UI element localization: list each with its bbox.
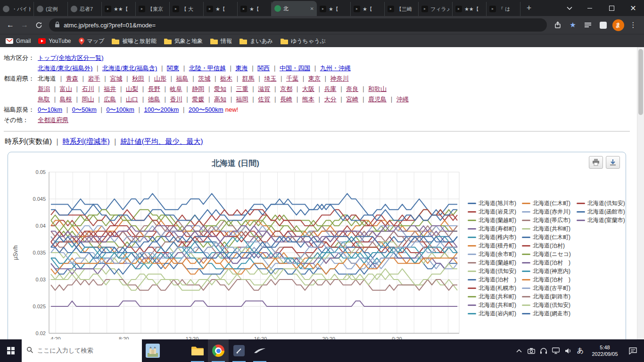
legend-item[interactable]: 北海道(帯広市) xyxy=(522,217,571,223)
nav-link[interactable]: 青森 xyxy=(66,75,78,82)
nav-link[interactable]: 富山 xyxy=(60,85,72,92)
legend-item[interactable]: 北海道(共和町) xyxy=(468,302,516,308)
nav-link[interactable]: 秋田 xyxy=(132,75,144,82)
nav-link[interactable]: 滋賀 xyxy=(258,85,270,92)
nav-link[interactable]: 山口 xyxy=(126,96,138,103)
view-tab[interactable]: 統計値(平均、最少、最大) xyxy=(120,137,203,145)
extension-square-icon[interactable] xyxy=(596,18,610,32)
legend-item[interactable]: 北海道(倶知安) xyxy=(468,268,516,274)
nav-link[interactable]: 関東 xyxy=(167,65,179,72)
browser-tab[interactable]: (定例 xyxy=(34,2,68,16)
bookmark-item[interactable]: 情報 xyxy=(210,37,232,45)
legend-item[interactable]: 北海道(蘭越町) xyxy=(468,217,516,223)
nav-link[interactable]: 山梨 xyxy=(126,85,138,92)
nav-link[interactable]: 0〜10km xyxy=(38,106,62,113)
nav-link[interactable]: 宮城 xyxy=(110,75,122,82)
legend-item[interactable]: 北海道(岩見沢) xyxy=(468,209,516,215)
nav-link[interactable]: 全都道府県 xyxy=(38,116,68,123)
nav-link[interactable]: 大阪 xyxy=(302,85,314,92)
bookmark-item[interactable]: まいあみ xyxy=(239,37,273,45)
taskbar-clock[interactable]: 5:48 2022/09/05 xyxy=(586,344,623,357)
extension-list-icon[interactable] xyxy=(581,18,595,32)
browser-tab[interactable]: ▸★★【 xyxy=(453,2,487,16)
nav-link[interactable]: 岐阜 xyxy=(170,85,182,92)
legend-item[interactable]: 北海道(蘭越町) xyxy=(468,260,516,266)
nav-link[interactable]: 鳥取 xyxy=(38,96,50,103)
nav-link[interactable]: 群馬 xyxy=(242,75,255,82)
nav-link[interactable]: 埼玉 xyxy=(264,75,276,82)
nav-link[interactable]: 九州・沖縄 xyxy=(320,65,351,72)
browser-tab[interactable]: ▸★【 xyxy=(238,2,272,16)
tab-close-icon[interactable]: ✕ xyxy=(309,6,314,11)
taskbar-search[interactable]: ここに入力して検索 xyxy=(22,339,142,362)
nav-link[interactable]: 徳島 xyxy=(148,96,160,103)
legend-item[interactable]: 北海道(旭川市) xyxy=(468,200,516,206)
news-widget-icon[interactable] xyxy=(142,339,164,362)
legend-item[interactable]: 北海道(釧路市) xyxy=(522,294,571,300)
hidden-icons-chevron[interactable] xyxy=(513,339,525,362)
line-chart[interactable]: 0.020.0250.030.0350.040.0450.054:208:201… xyxy=(10,167,465,339)
browser-tab[interactable]: ▸★★【 xyxy=(102,2,136,16)
legend-item[interactable]: 北海道(泊村 ) xyxy=(522,277,571,283)
nav-link[interactable]: 鹿児島 xyxy=(368,96,387,103)
view-tab[interactable]: 時系列(増減率) xyxy=(63,137,110,145)
nav-link[interactable]: 奈良 xyxy=(346,85,358,92)
nav-link[interactable]: 香川 xyxy=(170,96,182,103)
tab-search-chevron-icon[interactable] xyxy=(560,0,579,16)
legend-item[interactable]: 北海道(泊村) xyxy=(522,243,571,249)
nav-link[interactable]: 熊本 xyxy=(302,96,314,103)
nav-link[interactable]: 広島 xyxy=(104,96,116,103)
ime-indicator[interactable]: あ xyxy=(574,339,586,362)
bookmark-item[interactable]: YouTube xyxy=(38,38,71,44)
nav-link[interactable]: 岡山 xyxy=(82,96,94,103)
download-chart-button[interactable] xyxy=(606,156,620,169)
nav-link[interactable]: 栃木 xyxy=(220,75,232,82)
nav-link[interactable]: 沖縄 xyxy=(396,96,409,103)
nav-link[interactable]: 石川 xyxy=(82,85,94,92)
nav-link[interactable]: 佐賀 xyxy=(258,96,270,103)
legend-item[interactable]: 北海道(仁木町) xyxy=(522,234,571,240)
nav-link[interactable]: トップ(全地方区分一覧) xyxy=(38,54,104,61)
page-scrollbar[interactable] xyxy=(637,47,644,339)
camera-icon[interactable] xyxy=(525,339,537,362)
legend-item[interactable]: 北海道(仁木町) xyxy=(522,200,571,206)
legend-item[interactable]: 北海道(共和町) xyxy=(522,226,571,232)
nav-link[interactable]: 愛媛 xyxy=(192,96,204,103)
bookmark-item[interactable]: Gmail xyxy=(6,38,31,44)
nav-link[interactable]: 神奈川 xyxy=(330,75,349,82)
nav-link[interactable]: 東海 xyxy=(236,65,248,72)
nav-link[interactable]: 長崎 xyxy=(280,96,292,103)
nav-link[interactable]: 和歌山 xyxy=(368,85,387,92)
nav-link[interactable]: 宮崎 xyxy=(346,96,358,103)
file-explorer-button[interactable] xyxy=(187,339,208,362)
browser-tab[interactable]: ▸【東京 xyxy=(136,2,170,16)
nav-link[interactable]: 長野 xyxy=(148,85,160,92)
browser-tab[interactable]: ▸【三崎 xyxy=(385,2,419,16)
legend-item[interactable]: 北海道(赤井川) xyxy=(522,209,571,215)
legend-item[interactable]: 北海道(泊村 ) xyxy=(522,260,571,266)
browser-tab[interactable]: ・バイト xyxy=(0,2,34,16)
nav-link[interactable]: 山形 xyxy=(154,75,166,82)
nav-link[interactable]: 北海道/東北(福島含) xyxy=(102,65,157,72)
close-button[interactable]: ✕ xyxy=(622,0,644,16)
legend-item[interactable]: 北海道(室蘭市) xyxy=(577,217,625,223)
bookmark-item[interactable]: 被曝と放射能 xyxy=(112,37,156,45)
chrome-taskbar-button[interactable] xyxy=(208,339,229,362)
browser-tab[interactable]: ▸★【 xyxy=(317,2,351,16)
browser-tab[interactable]: 忍者7 xyxy=(68,2,102,16)
nav-link[interactable]: 東京 xyxy=(308,75,321,82)
nav-link[interactable]: 福岡 xyxy=(236,96,248,103)
legend-item[interactable]: 北海道(ニセコ) xyxy=(522,251,571,257)
bookmark-star-icon[interactable]: ★ xyxy=(566,18,580,32)
bookmark-item[interactable]: マップ xyxy=(79,37,105,45)
start-button[interactable] xyxy=(0,339,22,362)
nav-link[interactable]: 福島 xyxy=(176,75,188,82)
nav-link[interactable]: 中国・四国 xyxy=(280,65,310,72)
nav-link[interactable]: 100〜200km xyxy=(144,106,179,113)
legend-item[interactable]: 北海道(共和町) xyxy=(468,294,516,300)
legend-item[interactable]: 北海道(倶知安) xyxy=(522,302,571,308)
legend-item[interactable]: 北海道(倶知安) xyxy=(577,200,625,206)
legend-item[interactable]: 北海道(神恵内) xyxy=(522,268,571,274)
legend-item[interactable]: 北海道(函館市) xyxy=(577,209,625,215)
bookmark-item[interactable]: ゆうちゃうぶ xyxy=(281,37,326,45)
